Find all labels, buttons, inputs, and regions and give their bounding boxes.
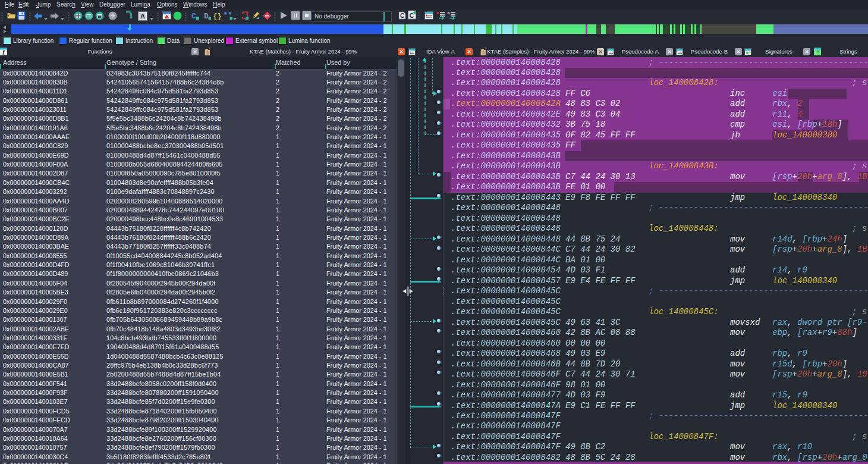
svg-text:C: C bbox=[191, 12, 196, 20]
svg-text:”: ” bbox=[816, 49, 819, 55]
svg-text:C: C bbox=[400, 12, 404, 19]
svg-text:D: D bbox=[204, 12, 209, 20]
svg-text:A: A bbox=[140, 12, 145, 20]
svg-text:{}: {} bbox=[213, 12, 221, 20]
